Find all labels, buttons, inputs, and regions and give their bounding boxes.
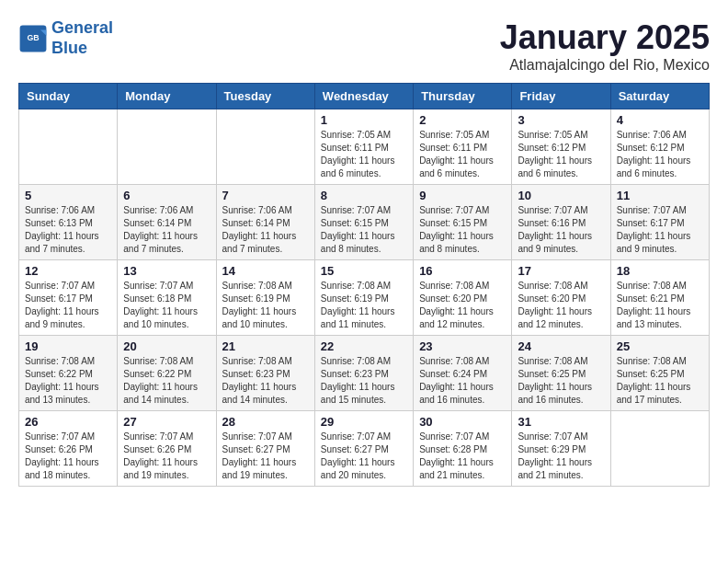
day-number: 5: [25, 189, 111, 202]
day-number: 2: [419, 113, 506, 127]
logo-line2: Blue: [51, 39, 87, 57]
calendar-title: January 2025: [500, 18, 710, 57]
weekday-header-friday: Friday: [512, 84, 610, 109]
day-number: 20: [123, 339, 210, 353]
day-info: Sunrise: 7:08 AM Sunset: 6:19 PM Dayligh…: [321, 280, 407, 331]
day-number: 24: [518, 339, 604, 353]
day-number: 31: [518, 415, 604, 429]
day-number: 26: [25, 415, 111, 429]
day-number: 14: [222, 264, 309, 278]
day-info: Sunrise: 7:08 AM Sunset: 6:23 PM Dayligh…: [222, 355, 309, 407]
calendar-cell: [19, 109, 118, 185]
day-number: 8: [321, 189, 407, 202]
day-info: Sunrise: 7:05 AM Sunset: 6:12 PM Dayligh…: [518, 129, 604, 180]
calendar-week-3: 12Sunrise: 7:07 AM Sunset: 6:17 PM Dayli…: [19, 260, 710, 336]
day-number: 13: [123, 264, 210, 278]
svg-text:GB: GB: [27, 32, 39, 41]
day-info: Sunrise: 7:07 AM Sunset: 6:18 PM Dayligh…: [123, 280, 210, 331]
day-number: 11: [617, 189, 703, 202]
calendar-cell: 24Sunrise: 7:08 AM Sunset: 6:25 PM Dayli…: [512, 336, 610, 411]
calendar-cell: 14Sunrise: 7:08 AM Sunset: 6:19 PM Dayli…: [216, 260, 314, 336]
calendar-cell: [216, 109, 314, 185]
calendar-cell: 5Sunrise: 7:06 AM Sunset: 6:13 PM Daylig…: [19, 185, 118, 260]
day-info: Sunrise: 7:08 AM Sunset: 6:24 PM Dayligh…: [419, 355, 506, 407]
day-number: 16: [419, 264, 506, 278]
day-number: 6: [123, 189, 210, 202]
calendar-cell: 6Sunrise: 7:06 AM Sunset: 6:14 PM Daylig…: [118, 185, 216, 260]
day-info: Sunrise: 7:08 AM Sunset: 6:20 PM Dayligh…: [518, 280, 604, 331]
day-number: 28: [222, 415, 309, 429]
day-info: Sunrise: 7:05 AM Sunset: 6:11 PM Dayligh…: [419, 129, 506, 180]
calendar-table: SundayMondayTuesdayWednesdayThursdayFrid…: [18, 83, 710, 487]
logo: GB General Blue: [18, 18, 113, 58]
day-number: 17: [518, 264, 604, 278]
day-info: Sunrise: 7:08 AM Sunset: 6:21 PM Dayligh…: [617, 280, 703, 331]
calendar-week-2: 5Sunrise: 7:06 AM Sunset: 6:13 PM Daylig…: [19, 185, 710, 260]
calendar-week-1: 1Sunrise: 7:05 AM Sunset: 6:11 PM Daylig…: [19, 109, 710, 185]
day-info: Sunrise: 7:08 AM Sunset: 6:25 PM Dayligh…: [518, 355, 604, 407]
logo-icon: GB: [18, 24, 48, 53]
logo-line1: General: [51, 18, 113, 37]
day-number: 27: [123, 415, 210, 429]
calendar-cell: 9Sunrise: 7:07 AM Sunset: 6:15 PM Daylig…: [414, 185, 512, 260]
calendar-cell: 30Sunrise: 7:07 AM Sunset: 6:28 PM Dayli…: [414, 411, 512, 487]
day-info: Sunrise: 7:06 AM Sunset: 6:14 PM Dayligh…: [123, 204, 210, 256]
day-number: 25: [617, 339, 703, 353]
day-info: Sunrise: 7:07 AM Sunset: 6:17 PM Dayligh…: [617, 204, 703, 256]
day-number: 12: [25, 264, 111, 278]
calendar-cell: 15Sunrise: 7:08 AM Sunset: 6:19 PM Dayli…: [314, 260, 413, 336]
day-info: Sunrise: 7:08 AM Sunset: 6:19 PM Dayligh…: [222, 280, 309, 331]
day-info: Sunrise: 7:08 AM Sunset: 6:23 PM Dayligh…: [321, 355, 407, 407]
day-info: Sunrise: 7:08 AM Sunset: 6:20 PM Dayligh…: [419, 280, 506, 331]
weekday-header-row: SundayMondayTuesdayWednesdayThursdayFrid…: [19, 84, 710, 109]
calendar-week-4: 19Sunrise: 7:08 AM Sunset: 6:22 PM Dayli…: [19, 336, 710, 411]
day-number: 23: [419, 339, 506, 353]
calendar-cell: 23Sunrise: 7:08 AM Sunset: 6:24 PM Dayli…: [414, 336, 512, 411]
day-info: Sunrise: 7:06 AM Sunset: 6:14 PM Dayligh…: [222, 204, 309, 256]
calendar-cell: 29Sunrise: 7:07 AM Sunset: 6:27 PM Dayli…: [314, 411, 413, 487]
calendar-cell: 18Sunrise: 7:08 AM Sunset: 6:21 PM Dayli…: [610, 260, 709, 336]
day-number: 1: [321, 113, 407, 127]
calendar-cell: 25Sunrise: 7:08 AM Sunset: 6:25 PM Dayli…: [610, 336, 709, 411]
day-info: Sunrise: 7:06 AM Sunset: 6:13 PM Dayligh…: [25, 204, 111, 256]
day-number: 3: [518, 113, 604, 127]
calendar-cell: 12Sunrise: 7:07 AM Sunset: 6:17 PM Dayli…: [19, 260, 118, 336]
calendar-cell: 1Sunrise: 7:05 AM Sunset: 6:11 PM Daylig…: [314, 109, 413, 185]
page-header: GB General Blue January 2025 Atlamajalci…: [18, 18, 710, 74]
calendar-cell: 26Sunrise: 7:07 AM Sunset: 6:26 PM Dayli…: [19, 411, 118, 487]
calendar-title-area: January 2025 Atlamajalcingo del Rio, Mex…: [500, 18, 710, 74]
day-info: Sunrise: 7:08 AM Sunset: 6:22 PM Dayligh…: [25, 355, 111, 407]
day-number: 21: [222, 339, 309, 353]
day-info: Sunrise: 7:05 AM Sunset: 6:11 PM Dayligh…: [321, 129, 407, 180]
calendar-cell: 8Sunrise: 7:07 AM Sunset: 6:15 PM Daylig…: [314, 185, 413, 260]
calendar-cell: 20Sunrise: 7:08 AM Sunset: 6:22 PM Dayli…: [118, 336, 216, 411]
day-info: Sunrise: 7:07 AM Sunset: 6:28 PM Dayligh…: [419, 431, 506, 482]
day-info: Sunrise: 7:07 AM Sunset: 6:27 PM Dayligh…: [222, 431, 309, 482]
calendar-cell: 13Sunrise: 7:07 AM Sunset: 6:18 PM Dayli…: [118, 260, 216, 336]
day-info: Sunrise: 7:07 AM Sunset: 6:26 PM Dayligh…: [25, 431, 111, 482]
calendar-cell: 17Sunrise: 7:08 AM Sunset: 6:20 PM Dayli…: [512, 260, 610, 336]
calendar-cell: 2Sunrise: 7:05 AM Sunset: 6:11 PM Daylig…: [414, 109, 512, 185]
day-number: 7: [222, 189, 309, 202]
calendar-cell: 19Sunrise: 7:08 AM Sunset: 6:22 PM Dayli…: [19, 336, 118, 411]
calendar-cell: 11Sunrise: 7:07 AM Sunset: 6:17 PM Dayli…: [610, 185, 709, 260]
day-info: Sunrise: 7:07 AM Sunset: 6:27 PM Dayligh…: [321, 431, 407, 482]
weekday-header-wednesday: Wednesday: [314, 84, 413, 109]
day-info: Sunrise: 7:07 AM Sunset: 6:29 PM Dayligh…: [518, 431, 604, 482]
weekday-header-thursday: Thursday: [414, 84, 512, 109]
day-info: Sunrise: 7:07 AM Sunset: 6:15 PM Dayligh…: [321, 204, 407, 256]
day-number: 19: [25, 339, 111, 353]
day-number: 22: [321, 339, 407, 353]
calendar-cell: 3Sunrise: 7:05 AM Sunset: 6:12 PM Daylig…: [512, 109, 610, 185]
day-info: Sunrise: 7:07 AM Sunset: 6:26 PM Dayligh…: [123, 431, 210, 482]
day-number: 30: [419, 415, 506, 429]
calendar-cell: 28Sunrise: 7:07 AM Sunset: 6:27 PM Dayli…: [216, 411, 314, 487]
calendar-week-5: 26Sunrise: 7:07 AM Sunset: 6:26 PM Dayli…: [19, 411, 710, 487]
day-number: 15: [321, 264, 407, 278]
day-number: 18: [617, 264, 703, 278]
day-info: Sunrise: 7:08 AM Sunset: 6:25 PM Dayligh…: [617, 355, 703, 407]
calendar-cell: 16Sunrise: 7:08 AM Sunset: 6:20 PM Dayli…: [414, 260, 512, 336]
day-info: Sunrise: 7:07 AM Sunset: 6:16 PM Dayligh…: [518, 204, 604, 256]
weekday-header-tuesday: Tuesday: [216, 84, 314, 109]
day-info: Sunrise: 7:07 AM Sunset: 6:15 PM Dayligh…: [419, 204, 506, 256]
